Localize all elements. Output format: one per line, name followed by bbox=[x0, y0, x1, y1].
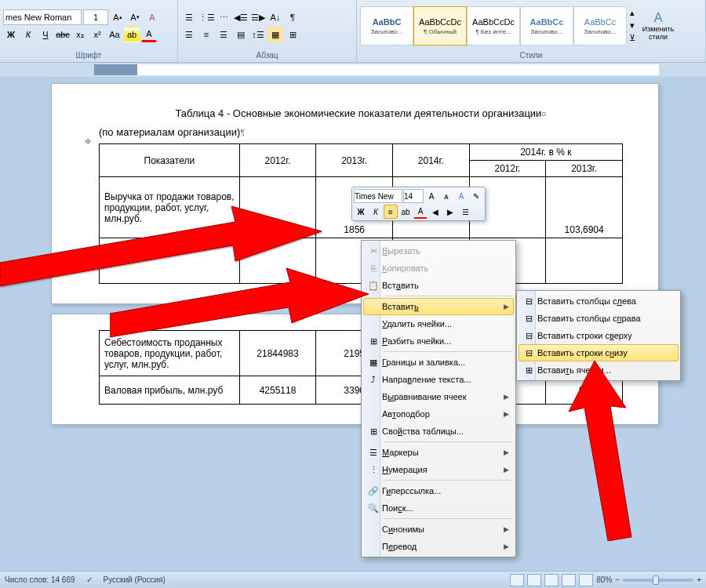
shrink-font-icon[interactable]: A▾ bbox=[127, 9, 143, 25]
font-color-icon[interactable]: A bbox=[413, 205, 428, 219]
underline-icon[interactable]: Ч bbox=[38, 27, 53, 42]
table-header[interactable]: 2013г. bbox=[546, 161, 623, 177]
highlight-icon[interactable]: ab bbox=[398, 205, 413, 219]
submenu-rows-below[interactable]: ⊟Вставить строки снизу bbox=[519, 344, 679, 361]
change-styles-button[interactable]: A Изменить стили bbox=[639, 9, 677, 42]
styles-icon[interactable]: A bbox=[454, 189, 468, 203]
menu-delete-cells[interactable]: Удалить ячейки... bbox=[363, 315, 514, 332]
table-cell[interactable]: 103,6904 bbox=[546, 177, 623, 238]
menu-text-direction[interactable]: ⤴Направление текста... bbox=[363, 371, 514, 388]
view-print-icon[interactable] bbox=[510, 574, 524, 586]
italic-icon[interactable]: К bbox=[20, 27, 36, 42]
ruler[interactable] bbox=[0, 63, 706, 77]
style-item[interactable]: AaBbCcЗаголово... bbox=[520, 6, 573, 45]
zoom-level[interactable]: 80% bbox=[596, 575, 612, 584]
align-left-icon[interactable]: ☰ bbox=[181, 27, 197, 42]
change-case-icon[interactable]: Aa bbox=[107, 27, 122, 42]
indent-increase-icon[interactable]: ☰▶ bbox=[250, 9, 266, 25]
clear-format-icon[interactable]: A bbox=[144, 9, 160, 25]
zoom-in-icon[interactable]: + bbox=[697, 575, 701, 584]
submenu-cells[interactable]: ⊞Вставить ячейки... bbox=[519, 361, 679, 379]
status-spellcheck-icon[interactable]: ✓ bbox=[86, 575, 93, 584]
highlight-icon[interactable]: ab bbox=[124, 27, 140, 42]
indent-increase-icon[interactable]: ▶ bbox=[443, 205, 457, 219]
menu-translate[interactable]: Перевод▶ bbox=[363, 538, 514, 555]
menu-paste[interactable]: 📋Вставить bbox=[363, 277, 514, 294]
submenu-cols-left[interactable]: ⊟Вставить столбцы слева bbox=[519, 292, 679, 310]
align-right-icon[interactable]: ☰ bbox=[216, 27, 231, 42]
table-header[interactable]: 2012г. bbox=[469, 161, 546, 177]
table-cell[interactable] bbox=[100, 238, 240, 284]
indent-decrease-icon[interactable]: ◀ bbox=[428, 205, 442, 219]
shrink-font-icon[interactable]: ᴀ bbox=[439, 189, 453, 203]
line-spacing-icon[interactable]: ↕☰ bbox=[250, 27, 266, 42]
shading-icon[interactable]: ▦ bbox=[267, 27, 283, 42]
menu-find[interactable]: 🔍Поиск... bbox=[363, 499, 514, 517]
table-cell[interactable]: 4255118 bbox=[239, 376, 316, 405]
bullets-icon[interactable]: ☰ bbox=[458, 205, 472, 219]
table-header[interactable]: 2012г. bbox=[239, 144, 316, 177]
style-item[interactable]: AaBbCcЗаголово... bbox=[573, 6, 627, 45]
table-cell[interactable]: Выручка от продажи товаров, продукции, р… bbox=[100, 177, 240, 238]
menu-split-cells[interactable]: ⊞Разбить ячейки... bbox=[363, 332, 514, 350]
gallery-down-icon[interactable]: ▾ bbox=[627, 19, 638, 31]
style-item[interactable]: AaBbCcDc¶ Без инте... bbox=[467, 6, 520, 45]
submenu-rows-above[interactable]: ⊟Вставить строки сверху bbox=[519, 327, 679, 344]
font-color-icon[interactable]: A bbox=[141, 27, 157, 42]
zoom-slider[interactable] bbox=[623, 579, 693, 582]
table-cell[interactable]: Себестоимость проданных товаров, продукц… bbox=[100, 331, 240, 376]
menu-hyperlink[interactable]: 🔗Гиперссылка... bbox=[363, 482, 514, 499]
table-cell[interactable]: 21844983 bbox=[239, 331, 316, 376]
numbering-icon[interactable]: ⋮☰ bbox=[198, 9, 214, 25]
zoom-out-icon[interactable]: − bbox=[615, 575, 620, 584]
align-center-icon[interactable]: ≡ bbox=[198, 27, 214, 42]
italic-icon[interactable]: К bbox=[369, 205, 383, 219]
menu-borders[interactable]: ▦Границы и заливка... bbox=[363, 354, 514, 371]
style-gallery[interactable]: AaBbCЗаголово... AaBbCcDc¶ Обычный AaBbC… bbox=[360, 6, 638, 45]
grow-font-icon[interactable]: A▴ bbox=[110, 9, 126, 25]
multilevel-icon[interactable]: ⋯ bbox=[216, 9, 231, 25]
table-cell[interactable] bbox=[239, 238, 316, 284]
justify-icon[interactable]: ▤ bbox=[233, 27, 249, 42]
status-language[interactable]: Русский (Россия) bbox=[104, 575, 166, 584]
format-painter-icon[interactable]: ✎ bbox=[469, 189, 483, 203]
table-cell[interactable] bbox=[546, 238, 623, 284]
font-size-select[interactable] bbox=[83, 9, 108, 25]
table-anchor-icon[interactable]: ✥ bbox=[85, 137, 91, 146]
mini-font-select[interactable] bbox=[354, 189, 402, 203]
show-marks-icon[interactable]: ¶ bbox=[285, 9, 300, 25]
bullets-icon[interactable]: ☰ bbox=[181, 9, 197, 25]
view-draft-icon[interactable] bbox=[579, 574, 593, 586]
view-outline-icon[interactable] bbox=[562, 574, 576, 586]
menu-table-props[interactable]: ⊞Свойства таблицы... bbox=[363, 423, 514, 440]
table-cell[interactable]: Валовая прибыль, млн.руб bbox=[100, 376, 240, 405]
menu-numbering[interactable]: ⋮Нумерация▶ bbox=[363, 461, 514, 478]
gallery-up-icon[interactable]: ▴ bbox=[627, 6, 638, 19]
align-center-icon[interactable]: ≡ bbox=[384, 205, 398, 219]
table-header[interactable]: 2014г. bbox=[392, 144, 469, 177]
mini-size-select[interactable] bbox=[403, 189, 424, 203]
gallery-more-icon[interactable]: ⊻ bbox=[627, 31, 638, 44]
bold-icon[interactable]: Ж bbox=[3, 27, 19, 42]
indent-decrease-icon[interactable]: ◀☰ bbox=[233, 9, 249, 25]
grow-font-icon[interactable]: A bbox=[424, 189, 439, 203]
style-item[interactable]: AaBbCЗаголово... bbox=[360, 6, 413, 45]
status-word-count[interactable]: Число слов: 14 669 bbox=[5, 575, 75, 584]
sort-icon[interactable]: A↓ bbox=[267, 9, 283, 25]
table-header[interactable]: 2014г. в % к bbox=[469, 144, 622, 161]
strike-icon[interactable]: abc bbox=[55, 27, 71, 42]
menu-insert[interactable]: Вставить▶ bbox=[363, 298, 514, 315]
submenu-cols-right[interactable]: ⊟Вставить столбцы справа bbox=[519, 310, 679, 327]
table-header[interactable]: 2013г. bbox=[316, 144, 393, 177]
subscript-icon[interactable]: x₂ bbox=[72, 27, 88, 42]
borders-icon[interactable]: ⊞ bbox=[285, 27, 300, 42]
table-header[interactable]: Показатели bbox=[100, 144, 240, 177]
view-read-icon[interactable] bbox=[527, 574, 541, 586]
bold-icon[interactable]: Ж bbox=[354, 205, 368, 219]
view-web-icon[interactable] bbox=[544, 574, 559, 586]
font-name-select[interactable] bbox=[3, 9, 82, 25]
menu-cell-align[interactable]: Выравнивание ячеек▶ bbox=[363, 388, 514, 405]
table-cell[interactable]: 17589865 bbox=[239, 177, 316, 238]
menu-bullets[interactable]: ☰Маркеры▶ bbox=[363, 444, 514, 461]
menu-autofit[interactable]: Автоподбор▶ bbox=[363, 405, 514, 423]
